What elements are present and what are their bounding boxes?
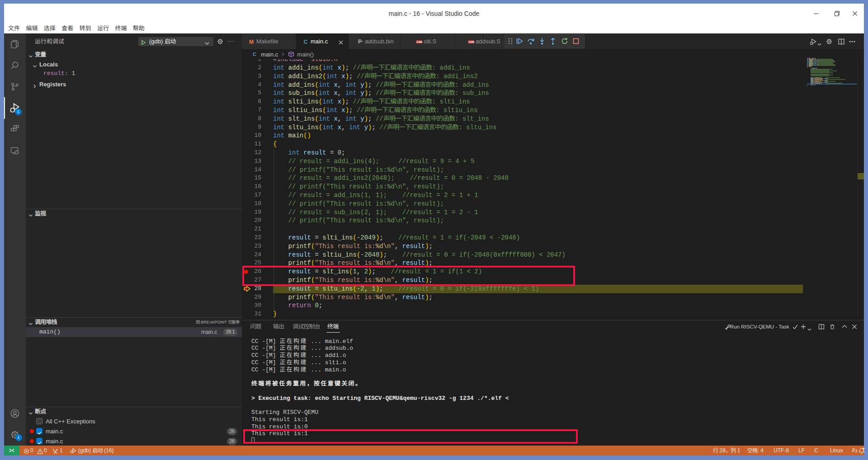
svg-text:ASM: ASM xyxy=(469,40,475,43)
svg-text:M: M xyxy=(249,38,254,45)
svg-text:ASM: ASM xyxy=(417,40,423,43)
svg-text:C: C xyxy=(253,52,256,57)
svg-text:C: C xyxy=(304,38,308,45)
